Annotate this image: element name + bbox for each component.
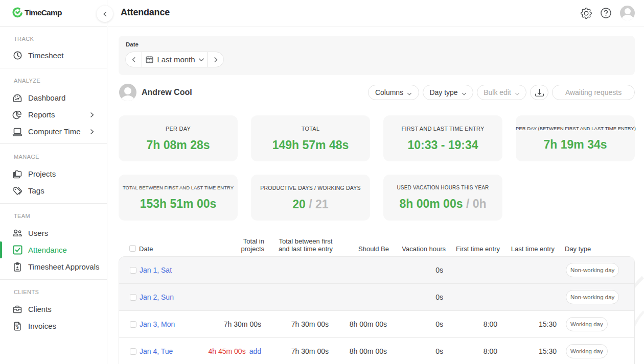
svg-text:$: $ <box>16 324 19 329</box>
